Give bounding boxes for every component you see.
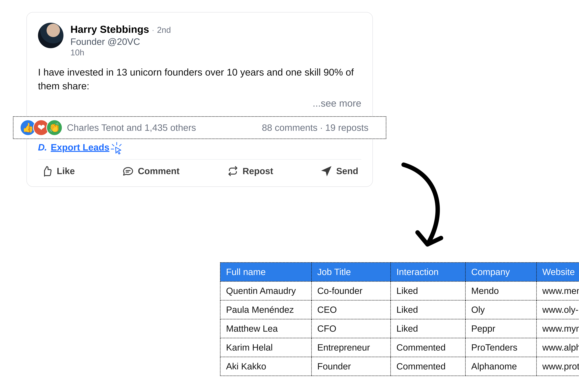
connection-degree: 2nd	[157, 25, 171, 35]
table-row: Quentin Amaudry Co-founder Liked Mendo w…	[220, 281, 579, 300]
comment-button[interactable]: Comment	[122, 165, 179, 177]
cell-website: www.mend...	[536, 281, 579, 300]
cell-full-name: Paula Menéndez	[220, 300, 311, 319]
cell-interaction: Liked	[391, 319, 465, 338]
cell-website: www.alpha...	[536, 338, 579, 357]
table-row: Matthew Lea CFO Liked Peppr www.mymy...	[220, 319, 579, 338]
poster-headline: Founder @20VC	[71, 36, 171, 47]
engagement-right: 88 comments · 19 reposts	[262, 122, 368, 133]
cell-job-title: Co-founder	[311, 281, 391, 300]
cell-company: Alphanome	[465, 357, 536, 376]
post-action-row: Like Comment Repost Send	[38, 159, 361, 182]
cell-interaction: Commented	[391, 357, 465, 376]
engagement-bar: 👍 ❤ 👏 Charles Tenot and 1,435 others 88 …	[13, 116, 386, 139]
cell-job-title: CEO	[311, 300, 391, 319]
col-company: Company	[465, 262, 536, 281]
cell-interaction: Liked	[391, 300, 465, 319]
svg-line-1	[120, 144, 121, 146]
send-label: Send	[336, 166, 358, 176]
flow-arrow-icon	[391, 159, 452, 258]
table-header-row: Full name Job Title Interaction Company …	[220, 262, 579, 281]
cell-company: Mendo	[465, 281, 536, 300]
export-leads-link[interactable]: Export Leads	[51, 142, 109, 153]
table-row: Paula Menéndez CEO Liked Oly www.oly-pl.…	[220, 300, 579, 319]
leads-table-head: Full name Job Title Interaction Company …	[220, 262, 579, 281]
col-full-name: Full name	[220, 262, 311, 281]
cell-company: ProTenders	[465, 338, 536, 357]
repost-icon	[227, 165, 239, 177]
col-job-title: Job Title	[311, 262, 391, 281]
post-time: 10h	[71, 48, 171, 57]
cell-website: www.proten...	[536, 357, 579, 376]
send-icon	[320, 165, 332, 177]
engagement-left[interactable]: 👍 ❤ 👏 Charles Tenot and 1,435 others	[20, 120, 196, 136]
col-website: Website	[536, 262, 579, 281]
cell-full-name: Karim Helal	[220, 338, 311, 357]
post-body-text: I have invested in 13 unicorn founders o…	[38, 65, 361, 93]
likes-summary[interactable]: Charles Tenot and 1,435 others	[67, 122, 196, 133]
table-row: Karim Helal Entrepreneur Commented ProTe…	[220, 338, 579, 357]
leads-table-body: Quentin Amaudry Co-founder Liked Mendo w…	[220, 281, 579, 376]
reaction-cluster[interactable]: 👍 ❤ 👏	[20, 120, 63, 136]
brand-d-icon: D.	[38, 142, 47, 153]
cell-full-name: Quentin Amaudry	[220, 281, 311, 300]
reposts-count[interactable]: 19 reposts	[325, 122, 368, 133]
cell-full-name: Matthew Lea	[220, 319, 311, 338]
repost-label: Repost	[243, 166, 273, 176]
like-label: Like	[57, 166, 75, 176]
cursor-click-icon	[110, 142, 124, 156]
col-interaction: Interaction	[391, 262, 465, 281]
post-header: Harry Stebbings · 2nd Founder @20VC 10h	[38, 23, 361, 57]
poster-name-line: Harry Stebbings · 2nd	[71, 23, 171, 35]
svg-line-2	[112, 144, 114, 146]
cell-interaction: Liked	[391, 281, 465, 300]
cell-job-title: Entrepreneur	[311, 338, 391, 357]
separator-dot: ·	[320, 122, 325, 133]
cell-company: Oly	[465, 300, 536, 319]
comments-count[interactable]: 88 comments	[262, 122, 317, 133]
cell-website: www.mymy...	[536, 319, 579, 338]
cell-website: www.oly-pl...	[536, 300, 579, 319]
cell-full-name: Aki Kakko	[220, 357, 311, 376]
poster-meta: Harry Stebbings · 2nd Founder @20VC 10h	[71, 23, 171, 57]
send-button[interactable]: Send	[320, 165, 358, 177]
export-leads-row: D. Export Leads	[38, 142, 361, 159]
cell-interaction: Commented	[391, 338, 465, 357]
table-row: Aki Kakko Founder Commented Alphanome ww…	[220, 357, 579, 376]
cell-job-title: Founder	[311, 357, 391, 376]
cell-job-title: CFO	[311, 319, 391, 338]
separator-dot: ·	[152, 25, 154, 35]
post-card: Harry Stebbings · 2nd Founder @20VC 10h …	[26, 12, 373, 187]
poster-name[interactable]: Harry Stebbings	[71, 23, 149, 35]
clap-icon: 👏	[46, 120, 63, 136]
see-more-link[interactable]: ...see more	[313, 98, 361, 109]
repost-button[interactable]: Repost	[227, 165, 273, 177]
comment-label: Comment	[138, 166, 179, 176]
comment-icon	[122, 165, 134, 177]
like-button[interactable]: Like	[41, 165, 75, 177]
leads-table: Full name Job Title Interaction Company …	[220, 262, 579, 376]
avatar[interactable]	[38, 23, 64, 48]
cell-company: Peppr	[465, 319, 536, 338]
like-icon	[41, 165, 53, 177]
